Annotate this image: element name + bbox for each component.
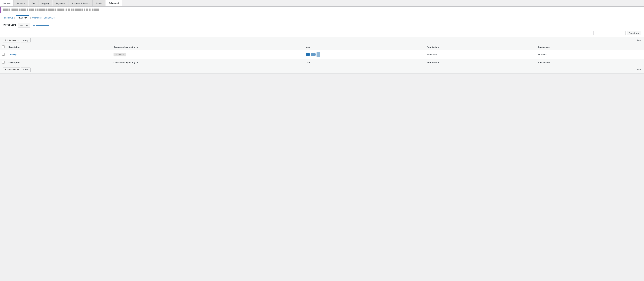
table-header-consumer-key: Consumer key ending in <box>112 44 304 50</box>
bulk-actions-bottom-item-count: 1 item <box>636 68 641 71</box>
table-row: TestKey …a798f93 Read/Write <box>0 50 644 59</box>
sub-tab-legacy-api[interactable]: Legacy API <box>44 15 55 20</box>
bulk-actions-bottom-apply-button[interactable]: Apply <box>21 67 30 72</box>
arrow-line <box>36 25 49 25</box>
sub-tab-rest-api[interactable]: REST API <box>16 15 29 20</box>
user-avatar-block-1 <box>306 53 310 56</box>
tabs-bar: General Products Tax Shipping Payments A… <box>0 0 644 6</box>
table-header-row: Description Consumer key ending in User … <box>0 44 644 50</box>
bulk-actions-bottom-select[interactable]: Bulk Actions Delete <box>3 67 20 72</box>
table-bottom-header-last-access: Last access <box>536 59 644 66</box>
bulk-actions-top-apply-button[interactable]: Apply <box>21 38 30 42</box>
sub-tab-webhooks[interactable]: Webhooks <box>32 15 42 20</box>
bulk-actions-bottom-left: Bulk Actions Delete Apply <box>3 67 30 72</box>
table-row-checkbox-input[interactable] <box>2 53 5 56</box>
content-area: ████ ████████ ████ ████████████ ████ █ █… <box>0 6 644 73</box>
table-row-checkbox-cell <box>0 50 6 59</box>
test-key-link[interactable]: TestKey <box>8 53 16 56</box>
tab-emails[interactable]: Emails <box>93 0 105 6</box>
search-key-input[interactable] <box>594 31 626 35</box>
table-row-description-cell: TestKey <box>6 50 112 59</box>
sub-tab-sep-2: | <box>30 16 31 19</box>
sub-tab-sep-3: | <box>42 16 43 19</box>
tab-shipping[interactable]: Shipping <box>38 0 52 6</box>
table-bottom-header-checkbox-input[interactable] <box>2 61 5 63</box>
table-bottom-header-checkbox-cell <box>0 59 6 66</box>
table-row-user-cell <box>304 50 425 59</box>
table-row-permissions-cell: Read/Write <box>425 50 536 59</box>
notice-text: ████ ████████ ████ ████████████ ████ █ █… <box>4 8 99 11</box>
table-row-last-access-cell: Unknown <box>536 50 644 59</box>
table-bottom-header-permissions: Permissions <box>425 59 536 66</box>
table-header-checkbox <box>0 44 6 50</box>
bulk-actions-top-left: Bulk Actions Delete Apply <box>3 38 30 42</box>
sub-tabs: Page setup | REST API | Webhooks | Legac… <box>0 13 644 20</box>
table-row-consumer-key-cell: …a798f93 <box>112 50 304 59</box>
search-bar-row: Search key <box>0 30 644 37</box>
table-bottom-header-description: Description <box>6 59 112 66</box>
table-container: Description Consumer key ending in User … <box>0 44 644 66</box>
user-avatar-block-3 <box>316 52 320 57</box>
table-bottom-header-consumer-key: Consumer key ending in <box>112 59 304 66</box>
arrow-indicator: ← <box>32 23 36 27</box>
table-bottom-header-row: Description Consumer key ending in User … <box>0 59 644 66</box>
rest-api-title: REST API <box>3 24 16 27</box>
tab-payments[interactable]: Payments <box>53 0 68 6</box>
user-cell-content <box>306 52 423 57</box>
bulk-actions-top-select[interactable]: Bulk Actions Delete <box>3 38 20 42</box>
tab-products[interactable]: Products <box>14 0 28 6</box>
bulk-actions-bottom-row: Bulk Actions Delete Apply 1 item <box>0 66 644 73</box>
notice-bar: ████ ████████ ████ ████████████ ████ █ █… <box>0 6 644 13</box>
table-header-permissions: Permissions <box>425 44 536 50</box>
tab-accounts-privacy[interactable]: Accounts & Privacy <box>68 0 93 6</box>
sub-tab-page-setup[interactable]: Page setup <box>3 15 13 20</box>
sub-tab-sep-1: | <box>14 16 15 19</box>
tab-tax[interactable]: Tax <box>29 0 38 6</box>
search-key-button[interactable]: Search key <box>627 31 641 35</box>
bulk-actions-top-row: Bulk Actions Delete Apply 1 item <box>0 37 644 44</box>
table-header-checkbox-input[interactable] <box>2 45 5 48</box>
rest-api-table: Description Consumer key ending in User … <box>0 44 644 66</box>
bulk-actions-top-item-count: 1 item <box>636 39 641 41</box>
table-header-user: User <box>304 44 425 50</box>
tab-advanced[interactable]: Advanced <box>106 0 122 6</box>
rest-api-header: REST API Add key ← <box>0 20 644 30</box>
user-avatar-block-2 <box>311 53 316 56</box>
table-bottom-header-user: User <box>304 59 425 66</box>
permissions-value: Read/Write <box>427 53 437 56</box>
add-key-button[interactable]: Add key <box>18 23 30 27</box>
table-header-last-access: Last access <box>536 44 644 50</box>
consumer-key-badge: …a798f93 <box>114 53 126 56</box>
tab-general[interactable]: General <box>0 0 14 6</box>
last-access-value: Unknown <box>538 53 547 56</box>
table-header-description: Description <box>6 44 112 50</box>
